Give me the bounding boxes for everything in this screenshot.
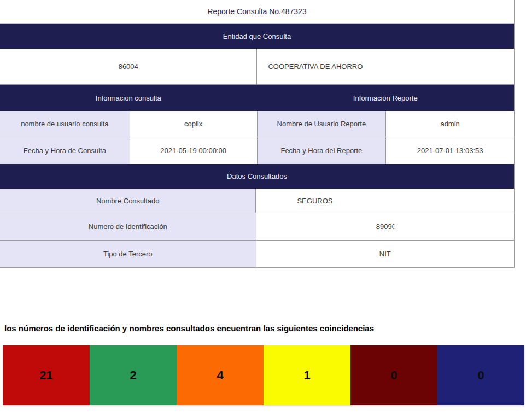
entity-section-header: Entidad que Consulta [0, 24, 514, 49]
usuario-reporte-value: admin [385, 111, 514, 137]
coincidence-segment-orange: 4 [177, 345, 264, 405]
coincidence-segment-navy: 0 [437, 345, 524, 405]
tipo-tercero-value: NIT [256, 241, 515, 267]
datos-row-nombre: Nombre Consultado SEGUROS [0, 189, 514, 213]
entity-name-cell: COOPERATIVA DE AHORRO [256, 49, 514, 84]
tipo-tercero-label: Tipo de Tercero [0, 241, 256, 267]
coincidence-segment-maroon: 0 [350, 345, 437, 405]
info-reporte-header: Información Reporte [257, 94, 515, 102]
usuario-reporte-label: Nombre de Usuario Reporte [257, 111, 386, 137]
coincidence-segment-green: 2 [90, 345, 177, 405]
numero-identificacion-clipped-digit: 0 [392, 222, 394, 231]
entity-row: 86004 COOPERATIVA DE AHORRO [0, 49, 514, 85]
entity-section-header-label: Entidad que Consulta [223, 32, 291, 40]
datos-section-header: Datos Consultados [0, 164, 514, 189]
info-row-fecha: Fecha y Hora de Consulta 2021-05-19 00:0… [0, 137, 514, 164]
coincidence-segment-yellow: 1 [264, 345, 350, 405]
numero-identificacion-text: 8909 [376, 222, 392, 231]
info-row-usuario: nombre de usuario consulta coplix Nombre… [0, 111, 514, 137]
fecha-reporte-label: Fecha y Hora del Reporte [257, 137, 386, 164]
datos-section-header-label: Datos Consultados [227, 172, 287, 180]
usuario-consulta-value: coplix [130, 111, 257, 137]
datos-row-identificacion: Numero de Identificación 89090 [0, 213, 514, 241]
nombre-consultado-label: Nombre Consultado [0, 189, 255, 213]
entity-code-cell: 86004 [0, 49, 256, 84]
fecha-reporte-value: 2021-07-01 13:03:53 [385, 137, 514, 164]
coincidences-heading: los números de identificación y nombres … [4, 324, 524, 333]
numero-identificacion-label: Numero de Identificación [0, 213, 256, 240]
datos-row-tipo: Tipo de Tercero NIT [0, 241, 514, 268]
coincidence-segment-red: 21 [3, 345, 90, 405]
usuario-consulta-label: nombre de usuario consulta [0, 111, 130, 137]
info-consulta-header: Informacion consulta [0, 94, 257, 102]
nombre-consultado-text: SEGUROS [297, 197, 332, 205]
coincidences-bar: 21 2 4 1 0 0 [3, 345, 524, 405]
nombre-consultado-value: SEGUROS [255, 189, 514, 213]
fecha-consulta-value: 2021-05-19 00:00:00 [130, 137, 257, 164]
report-table: Reporte Consulta No.487323 Entidad que C… [0, 0, 515, 268]
report-title: Reporte Consulta No.487323 [0, 0, 514, 24]
fecha-consulta-label: Fecha y Hora de Consulta [0, 137, 130, 164]
numero-identificacion-value: 89090 [256, 213, 515, 240]
info-section-headers: Informacion consulta Información Reporte [0, 85, 514, 111]
